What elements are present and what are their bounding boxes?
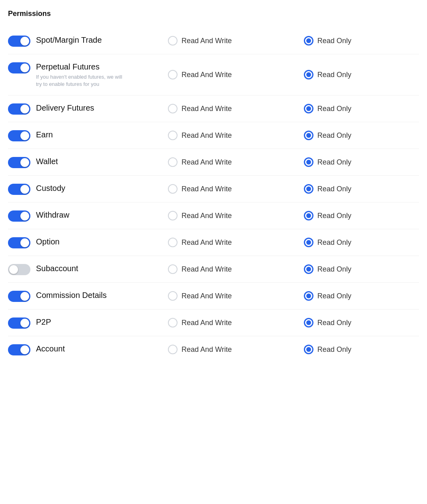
toggle-earn[interactable]	[8, 130, 30, 141]
permission-name-withdraw: Withdraw	[36, 210, 69, 220]
radio-options-wallet: Read And WriteRead Only	[168, 157, 419, 167]
radio-read-only-wallet[interactable]: Read Only	[304, 157, 351, 167]
radio-read-only-spot-margin-trade[interactable]: Read Only	[304, 36, 351, 46]
radio-label-read-only-delivery-futures: Read Only	[317, 105, 351, 113]
radio-circle-read-write-withdraw	[168, 211, 178, 220]
toggle-thumb-subaccount	[9, 265, 18, 274]
radio-circle-read-write-wallet	[168, 157, 178, 167]
radio-circle-read-write-p2p	[168, 318, 178, 327]
label-group-spot-margin-trade: Spot/Margin Trade	[36, 35, 102, 45]
toggle-label-group-perpetual-futures: Perpetual FuturesIf you haven't enabled …	[8, 62, 168, 88]
permission-name-option: Option	[36, 236, 60, 247]
radio-read-only-p2p[interactable]: Read Only	[304, 318, 351, 327]
radio-label-read-only-perpetual-futures: Read Only	[317, 71, 351, 79]
radio-options-account: Read And WriteRead Only	[168, 345, 419, 354]
radio-read-only-custody[interactable]: Read Only	[304, 184, 351, 194]
toggle-account[interactable]	[8, 344, 30, 355]
toggle-thumb-option	[20, 238, 29, 247]
radio-read-only-earn[interactable]: Read Only	[304, 131, 351, 140]
radio-label-read-write-withdraw: Read And Write	[182, 212, 232, 220]
radio-read-write-p2p[interactable]: Read And Write	[168, 318, 232, 327]
radio-read-write-commission-details[interactable]: Read And Write	[168, 291, 232, 301]
radio-options-option: Read And WriteRead Only	[168, 238, 419, 247]
toggle-spot-margin-trade[interactable]	[8, 36, 30, 47]
permission-row-delivery-futures: Delivery FuturesRead And WriteRead Only	[8, 95, 419, 122]
permission-name-earn: Earn	[36, 129, 53, 140]
label-group-earn: Earn	[36, 129, 53, 140]
toggle-track-account	[8, 344, 30, 355]
radio-read-write-option[interactable]: Read And Write	[168, 238, 232, 247]
label-group-option: Option	[36, 236, 60, 247]
radio-read-only-withdraw[interactable]: Read Only	[304, 211, 351, 220]
radio-options-commission-details: Read And WriteRead Only	[168, 291, 419, 301]
radio-read-only-option[interactable]: Read Only	[304, 238, 351, 247]
toggle-withdraw[interactable]	[8, 210, 30, 222]
radio-circle-read-only-delivery-futures	[304, 104, 313, 113]
permission-name-wallet: Wallet	[36, 156, 58, 167]
toggle-wallet[interactable]	[8, 157, 30, 168]
radio-circle-read-write-commission-details	[168, 291, 178, 301]
label-group-p2p: P2P	[36, 317, 51, 327]
radio-read-write-withdraw[interactable]: Read And Write	[168, 211, 232, 220]
radio-circle-read-only-custody	[304, 184, 313, 194]
toggle-label-group-spot-margin-trade: Spot/Margin Trade	[8, 35, 168, 47]
permission-row-p2p: P2PRead And WriteRead Only	[8, 310, 419, 336]
radio-circle-read-only-wallet	[304, 157, 313, 167]
permission-row-earn: EarnRead And WriteRead Only	[8, 122, 419, 149]
radio-options-custody: Read And WriteRead Only	[168, 184, 419, 194]
toggle-label-group-account: Account	[8, 343, 168, 355]
toggle-thumb-withdraw	[20, 212, 29, 220]
permission-subtitle-perpetual-futures: If you haven't enabled futures, we will …	[36, 73, 128, 88]
toggle-track-wallet	[8, 157, 30, 168]
toggle-commission-details[interactable]	[8, 291, 30, 302]
radio-read-write-wallet[interactable]: Read And Write	[168, 157, 232, 167]
toggle-track-option	[8, 237, 30, 248]
permission-name-perpetual-futures: Perpetual Futures	[36, 62, 128, 72]
radio-circle-read-write-spot-margin-trade	[168, 36, 178, 46]
radio-read-write-spot-margin-trade[interactable]: Read And Write	[168, 36, 232, 46]
toggle-label-group-delivery-futures: Delivery Futures	[8, 103, 168, 115]
radio-label-read-write-subaccount: Read And Write	[182, 265, 232, 274]
radio-label-read-write-wallet: Read And Write	[182, 158, 232, 167]
radio-circle-read-write-custody	[168, 184, 178, 194]
toggle-label-group-commission-details: Commission Details	[8, 290, 168, 302]
radio-read-write-subaccount[interactable]: Read And Write	[168, 264, 232, 274]
radio-label-read-only-option: Read Only	[317, 238, 351, 247]
radio-read-write-perpetual-futures[interactable]: Read And Write	[168, 70, 232, 79]
radio-read-write-custody[interactable]: Read And Write	[168, 184, 232, 194]
radio-read-only-delivery-futures[interactable]: Read Only	[304, 104, 351, 113]
radio-read-only-commission-details[interactable]: Read Only	[304, 291, 351, 301]
radio-read-only-subaccount[interactable]: Read Only	[304, 264, 351, 274]
toggle-thumb-p2p	[20, 319, 29, 327]
toggle-delivery-futures[interactable]	[8, 103, 30, 115]
permission-name-p2p: P2P	[36, 317, 51, 327]
radio-circle-read-only-account	[304, 345, 313, 354]
toggle-custody[interactable]	[8, 184, 30, 195]
toggle-perpetual-futures[interactable]	[8, 62, 30, 73]
label-group-account: Account	[36, 343, 65, 354]
radio-circle-read-only-subaccount	[304, 264, 313, 274]
toggle-thumb-perpetual-futures	[20, 63, 29, 72]
radio-label-read-write-p2p: Read And Write	[182, 319, 232, 327]
radio-read-write-delivery-futures[interactable]: Read And Write	[168, 104, 232, 113]
toggle-p2p[interactable]	[8, 317, 30, 329]
radio-label-read-only-custody: Read Only	[317, 185, 351, 193]
toggle-thumb-wallet	[20, 158, 29, 167]
toggle-option[interactable]	[8, 237, 30, 248]
label-group-commission-details: Commission Details	[36, 290, 107, 300]
radio-label-read-write-option: Read And Write	[182, 238, 232, 247]
radio-read-only-perpetual-futures[interactable]: Read Only	[304, 70, 351, 79]
toggle-label-group-earn: Earn	[8, 129, 168, 141]
radio-label-read-write-commission-details: Read And Write	[182, 292, 232, 300]
radio-read-write-earn[interactable]: Read And Write	[168, 131, 232, 140]
toggle-track-p2p	[8, 317, 30, 329]
radio-circle-read-write-perpetual-futures	[168, 70, 178, 79]
radio-options-delivery-futures: Read And WriteRead Only	[168, 104, 419, 113]
radio-read-only-account[interactable]: Read Only	[304, 345, 351, 354]
label-group-custody: Custody	[36, 183, 65, 193]
label-group-delivery-futures: Delivery Futures	[36, 103, 94, 113]
radio-label-read-write-account: Read And Write	[182, 345, 232, 354]
radio-label-read-write-custody: Read And Write	[182, 185, 232, 193]
toggle-subaccount[interactable]	[8, 264, 30, 275]
radio-read-write-account[interactable]: Read And Write	[168, 345, 232, 354]
